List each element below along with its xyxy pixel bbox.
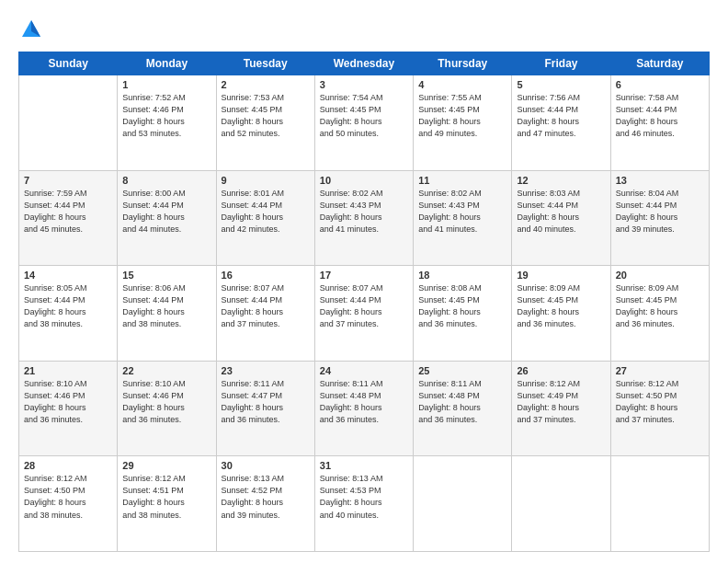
- calendar-table: SundayMondayTuesdayWednesdayThursdayFrid…: [18, 52, 710, 552]
- day-info: Sunrise: 7:55 AM Sunset: 4:45 PM Dayligh…: [418, 92, 506, 140]
- day-info: Sunrise: 8:00 AM Sunset: 4:44 PM Dayligh…: [122, 188, 210, 236]
- day-number: 8: [122, 175, 210, 186]
- calendar-cell: 7Sunrise: 7:59 AM Sunset: 4:44 PM Daylig…: [19, 170, 118, 266]
- day-number: 11: [418, 175, 506, 186]
- calendar-cell: 24Sunrise: 8:11 AM Sunset: 4:48 PM Dayli…: [314, 361, 413, 456]
- day-info: Sunrise: 8:11 AM Sunset: 4:47 PM Dayligh…: [222, 378, 310, 426]
- day-info: Sunrise: 7:52 AM Sunset: 4:46 PM Dayligh…: [122, 92, 210, 140]
- day-info: Sunrise: 8:09 AM Sunset: 4:45 PM Dayligh…: [616, 282, 704, 330]
- day-info: Sunrise: 8:07 AM Sunset: 4:44 PM Dayligh…: [320, 282, 408, 330]
- day-number: 21: [24, 365, 112, 376]
- calendar-day-header: Friday: [512, 52, 610, 75]
- calendar-cell: 1Sunrise: 7:52 AM Sunset: 4:46 PM Daylig…: [118, 75, 216, 171]
- day-number: 1: [122, 79, 210, 90]
- day-number: 14: [24, 270, 112, 281]
- day-number: 19: [517, 270, 605, 281]
- day-info: Sunrise: 7:56 AM Sunset: 4:44 PM Dayligh…: [517, 92, 605, 140]
- day-info: Sunrise: 8:12 AM Sunset: 4:51 PM Dayligh…: [122, 473, 210, 521]
- day-number: 4: [418, 79, 506, 90]
- calendar-week-row: 21Sunrise: 8:10 AM Sunset: 4:46 PM Dayli…: [19, 361, 710, 456]
- day-info: Sunrise: 8:13 AM Sunset: 4:52 PM Dayligh…: [222, 473, 310, 521]
- calendar-cell: [610, 456, 709, 552]
- day-info: Sunrise: 8:02 AM Sunset: 4:43 PM Dayligh…: [320, 188, 408, 236]
- calendar-cell: 17Sunrise: 8:07 AM Sunset: 4:44 PM Dayli…: [314, 266, 413, 362]
- day-number: 10: [320, 175, 408, 186]
- day-info: Sunrise: 7:53 AM Sunset: 4:45 PM Dayligh…: [222, 92, 310, 140]
- day-number: 5: [517, 79, 605, 90]
- calendar-cell: 22Sunrise: 8:10 AM Sunset: 4:46 PM Dayli…: [118, 361, 216, 456]
- calendar-cell: 12Sunrise: 8:03 AM Sunset: 4:44 PM Dayli…: [512, 170, 610, 266]
- day-info: Sunrise: 8:04 AM Sunset: 4:44 PM Dayligh…: [616, 188, 704, 236]
- calendar-week-row: 7Sunrise: 7:59 AM Sunset: 4:44 PM Daylig…: [19, 170, 710, 266]
- day-number: 6: [616, 79, 704, 90]
- calendar-cell: [19, 75, 118, 171]
- day-number: 9: [222, 175, 310, 186]
- day-number: 27: [616, 365, 704, 376]
- day-info: Sunrise: 8:05 AM Sunset: 4:44 PM Dayligh…: [24, 282, 112, 330]
- day-info: Sunrise: 8:09 AM Sunset: 4:45 PM Dayligh…: [517, 282, 605, 330]
- day-info: Sunrise: 7:54 AM Sunset: 4:45 PM Dayligh…: [320, 92, 408, 140]
- day-info: Sunrise: 8:06 AM Sunset: 4:44 PM Dayligh…: [122, 282, 210, 330]
- logo: [18, 17, 50, 42]
- calendar-week-row: 28Sunrise: 8:12 AM Sunset: 4:50 PM Dayli…: [19, 456, 710, 552]
- calendar-cell: 5Sunrise: 7:56 AM Sunset: 4:44 PM Daylig…: [512, 75, 610, 171]
- day-info: Sunrise: 7:58 AM Sunset: 4:44 PM Dayligh…: [616, 92, 704, 140]
- calendar-cell: 10Sunrise: 8:02 AM Sunset: 4:43 PM Dayli…: [314, 170, 413, 266]
- day-info: Sunrise: 8:07 AM Sunset: 4:44 PM Dayligh…: [222, 282, 310, 330]
- calendar-cell: 9Sunrise: 8:01 AM Sunset: 4:44 PM Daylig…: [216, 170, 314, 266]
- day-number: 16: [222, 270, 310, 281]
- calendar-header-row: SundayMondayTuesdayWednesdayThursdayFrid…: [19, 52, 710, 75]
- calendar-cell: 11Sunrise: 8:02 AM Sunset: 4:43 PM Dayli…: [414, 170, 512, 266]
- day-number: 28: [24, 460, 112, 471]
- calendar-day-header: Tuesday: [216, 52, 314, 75]
- day-number: 30: [222, 460, 310, 471]
- day-number: 17: [320, 270, 408, 281]
- calendar-cell: 23Sunrise: 8:11 AM Sunset: 4:47 PM Dayli…: [216, 361, 314, 456]
- day-info: Sunrise: 8:02 AM Sunset: 4:43 PM Dayligh…: [418, 188, 506, 236]
- day-number: 7: [24, 175, 112, 186]
- calendar-cell: 27Sunrise: 8:12 AM Sunset: 4:50 PM Dayli…: [610, 361, 709, 456]
- calendar-cell: 20Sunrise: 8:09 AM Sunset: 4:45 PM Dayli…: [610, 266, 709, 362]
- day-info: Sunrise: 8:11 AM Sunset: 4:48 PM Dayligh…: [320, 378, 408, 426]
- day-info: Sunrise: 8:10 AM Sunset: 4:46 PM Dayligh…: [24, 378, 112, 426]
- day-info: Sunrise: 8:03 AM Sunset: 4:44 PM Dayligh…: [517, 188, 605, 236]
- calendar-cell: 16Sunrise: 8:07 AM Sunset: 4:44 PM Dayli…: [216, 266, 314, 362]
- calendar-cell: 26Sunrise: 8:12 AM Sunset: 4:49 PM Dayli…: [512, 361, 610, 456]
- day-info: Sunrise: 8:12 AM Sunset: 4:50 PM Dayligh…: [24, 473, 112, 521]
- calendar-day-header: Monday: [118, 52, 216, 75]
- day-number: 29: [122, 460, 210, 471]
- calendar-cell: 19Sunrise: 8:09 AM Sunset: 4:45 PM Dayli…: [512, 266, 610, 362]
- day-number: 12: [517, 175, 605, 186]
- page: SundayMondayTuesdayWednesdayThursdayFrid…: [0, 0, 728, 563]
- day-number: 3: [320, 79, 408, 90]
- calendar-cell: 15Sunrise: 8:06 AM Sunset: 4:44 PM Dayli…: [118, 266, 216, 362]
- calendar-day-header: Saturday: [610, 52, 709, 75]
- calendar-cell: 25Sunrise: 8:11 AM Sunset: 4:48 PM Dayli…: [414, 361, 512, 456]
- logo-icon: [18, 17, 44, 42]
- calendar-cell: 18Sunrise: 8:08 AM Sunset: 4:45 PM Dayli…: [414, 266, 512, 362]
- calendar-day-header: Thursday: [414, 52, 512, 75]
- calendar-cell: [512, 456, 610, 552]
- calendar-cell: 30Sunrise: 8:13 AM Sunset: 4:52 PM Dayli…: [216, 456, 314, 552]
- day-number: 22: [122, 365, 210, 376]
- calendar-day-header: Sunday: [19, 52, 118, 75]
- day-info: Sunrise: 8:11 AM Sunset: 4:48 PM Dayligh…: [418, 378, 506, 426]
- day-info: Sunrise: 8:08 AM Sunset: 4:45 PM Dayligh…: [418, 282, 506, 330]
- day-info: Sunrise: 8:12 AM Sunset: 4:50 PM Dayligh…: [616, 378, 704, 426]
- calendar-day-header: Wednesday: [314, 52, 413, 75]
- calendar-cell: 29Sunrise: 8:12 AM Sunset: 4:51 PM Dayli…: [118, 456, 216, 552]
- day-info: Sunrise: 8:01 AM Sunset: 4:44 PM Dayligh…: [222, 188, 310, 236]
- day-number: 23: [222, 365, 310, 376]
- calendar-cell: 14Sunrise: 8:05 AM Sunset: 4:44 PM Dayli…: [19, 266, 118, 362]
- calendar-cell: 13Sunrise: 8:04 AM Sunset: 4:44 PM Dayli…: [610, 170, 709, 266]
- calendar-cell: 3Sunrise: 7:54 AM Sunset: 4:45 PM Daylig…: [314, 75, 413, 171]
- calendar-cell: 28Sunrise: 8:12 AM Sunset: 4:50 PM Dayli…: [19, 456, 118, 552]
- day-info: Sunrise: 7:59 AM Sunset: 4:44 PM Dayligh…: [24, 188, 112, 236]
- calendar-week-row: 14Sunrise: 8:05 AM Sunset: 4:44 PM Dayli…: [19, 266, 710, 362]
- calendar-cell: 2Sunrise: 7:53 AM Sunset: 4:45 PM Daylig…: [216, 75, 314, 171]
- calendar-cell: 31Sunrise: 8:13 AM Sunset: 4:53 PM Dayli…: [314, 456, 413, 552]
- day-number: 18: [418, 270, 506, 281]
- day-info: Sunrise: 8:10 AM Sunset: 4:46 PM Dayligh…: [122, 378, 210, 426]
- calendar-cell: 8Sunrise: 8:00 AM Sunset: 4:44 PM Daylig…: [118, 170, 216, 266]
- day-number: 25: [418, 365, 506, 376]
